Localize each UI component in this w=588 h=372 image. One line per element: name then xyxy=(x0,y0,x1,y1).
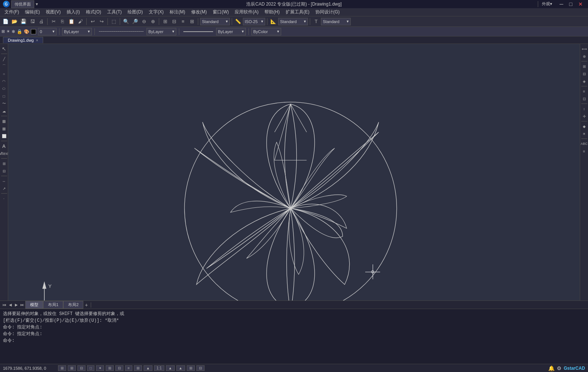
zoom-realtime[interactable]: 🔍 xyxy=(122,18,130,26)
insert-tool[interactable]: ⊞ xyxy=(1,160,7,167)
right-light-btn[interactable]: ☀ xyxy=(581,130,588,137)
menu-item-help[interactable]: 帮助(H) xyxy=(261,8,283,16)
tab-nav-last[interactable]: ⏭ xyxy=(19,302,25,308)
undo-btn[interactable]: ↩ xyxy=(89,18,97,26)
plot-btn[interactable]: 🖨 xyxy=(37,18,45,26)
saveas-btn[interactable]: 🖫 xyxy=(28,18,36,26)
menu-item-insert[interactable]: 插入(I) xyxy=(64,8,83,16)
right-render-btn[interactable]: ◆ xyxy=(581,123,588,130)
font-size-dropdown[interactable]: ISO-25▾ xyxy=(243,18,265,25)
layout1-tab[interactable]: 布局1 xyxy=(43,301,63,309)
close-btn[interactable]: ✕ xyxy=(576,1,585,7)
leader-tool[interactable]: ↗ xyxy=(1,185,7,192)
right-snap-btn[interactable]: ✛ xyxy=(581,113,588,120)
settings-icon[interactable]: ⚙ xyxy=(557,365,562,371)
cut-btn[interactable]: ✂ xyxy=(49,18,58,26)
open-btn[interactable]: 📂 xyxy=(10,18,19,26)
save-btn[interactable]: 💾 xyxy=(19,18,28,26)
layer-state-btn[interactable]: ☀ xyxy=(6,29,10,34)
maximize-btn[interactable]: □ xyxy=(567,1,575,7)
menu-item-text[interactable]: 文字(X) xyxy=(146,8,167,16)
menu-item-dim[interactable]: 标注(M) xyxy=(167,8,188,16)
redo-btn[interactable]: ↪ xyxy=(97,18,106,26)
right-layer-btn[interactable]: ≡ xyxy=(581,88,588,95)
layer-mgr-btn[interactable]: ⊞ xyxy=(1,29,5,34)
mtext-tool[interactable]: Mtext xyxy=(1,150,7,157)
tpmode-btn[interactable]: ▲ xyxy=(144,365,152,371)
right-prop-btn[interactable]: ⊡ xyxy=(581,95,588,102)
view-mode[interactable]: 传统界面 xyxy=(11,0,34,8)
right-abc-btn[interactable]: ABC xyxy=(581,140,588,147)
minimize-btn[interactable]: ─ xyxy=(558,1,566,7)
line-tool[interactable]: ╱ xyxy=(1,55,7,62)
spline-tool[interactable]: 〜 xyxy=(1,100,7,107)
app-menu-btn[interactable]: 外观▾ xyxy=(538,1,556,7)
layer-states-btn[interactable]: ⊟ xyxy=(170,18,178,26)
ducs-btn[interactable]: ⊟ xyxy=(115,365,123,371)
menu-item-draw[interactable]: 绘图(D) xyxy=(125,8,146,16)
paste-btn[interactable]: 📋 xyxy=(67,18,75,26)
linetype-dropdown[interactable]: ByLayer▾ xyxy=(147,28,176,35)
block-btn[interactable]: ⬚ xyxy=(110,18,118,26)
menu-item-ext[interactable]: 扩展工具(E) xyxy=(283,8,312,16)
menu-item-format[interactable]: 格式(O) xyxy=(83,8,104,16)
plotstyle-dropdown[interactable]: ByColor▾ xyxy=(251,28,281,35)
block-tool[interactable]: ⊟ xyxy=(1,168,7,174)
menu-item-window[interactable]: 窗口(W) xyxy=(210,8,232,16)
zoom-window[interactable]: 🔎 xyxy=(131,18,139,26)
cmd-input-field[interactable] xyxy=(16,338,585,343)
right-misc-btn[interactable]: ≡ xyxy=(581,148,588,155)
model-tab[interactable]: 模型 xyxy=(25,301,43,309)
polyline-tool[interactable]: ⌒ xyxy=(1,63,7,70)
ortho-btn[interactable]: ⊟ xyxy=(77,365,86,371)
new-btn[interactable]: 📄 xyxy=(1,18,10,26)
layer-lock-btn[interactable]: 🔒 xyxy=(17,29,22,34)
drawing-tab[interactable]: Drawing1.dwg × xyxy=(3,37,43,43)
point-tool[interactable]: · xyxy=(1,195,7,202)
tab-nav-prev[interactable]: ◀ xyxy=(7,302,13,308)
right-pan-btn[interactable]: ⟺ xyxy=(581,45,588,52)
dropdown-arrow[interactable]: ▾ xyxy=(36,1,38,7)
lineweight-dropdown[interactable]: ByLayer▾ xyxy=(216,28,246,35)
tab-nav-next[interactable]: ▶ xyxy=(13,302,19,308)
text-style2-dropdown[interactable]: Standard▾ xyxy=(321,18,351,25)
hatch-tool[interactable]: ▩ xyxy=(1,118,7,124)
polar-btn[interactable]: □ xyxy=(87,365,94,371)
designcenter-btn[interactable]: ⊞ xyxy=(188,18,196,26)
add-layout-btn[interactable]: + xyxy=(83,302,89,308)
rect-tool[interactable]: □ xyxy=(1,93,7,99)
osnap-btn[interactable]: ✦ xyxy=(96,365,104,371)
color-dropdown[interactable]: ByLayer▾ xyxy=(62,28,92,35)
right-zoom-btn[interactable]: ⊕ xyxy=(581,53,588,60)
copy-btn[interactable]: ⎘ xyxy=(58,18,67,26)
grid-btn[interactable]: ⊞ xyxy=(68,365,76,371)
workspace-btn[interactable]: ▲ xyxy=(176,365,185,371)
layer-dropdown[interactable]: 0▾ xyxy=(38,28,57,35)
tab-nav-first[interactable]: ⏮ xyxy=(1,302,7,308)
dim-tool[interactable]: ↔ xyxy=(1,178,7,184)
menu-item-modify[interactable]: 修改(M) xyxy=(188,8,210,16)
zoom-prev[interactable]: ⊖ xyxy=(140,18,148,26)
layer-color-btn[interactable]: 🎨 xyxy=(24,29,29,34)
viewports-btn[interactable]: ⊞ xyxy=(161,18,169,26)
text-tool[interactable]: A xyxy=(1,143,7,149)
cloud-tool[interactable]: ☁ xyxy=(1,108,7,114)
annovis-btn[interactable]: ▲ xyxy=(166,365,175,371)
cmd-input-line[interactable]: 命令: xyxy=(3,337,585,344)
menu-item-view[interactable]: 视图(V) xyxy=(43,8,64,16)
menu-item-apps[interactable]: 应用软件(A) xyxy=(232,8,261,16)
hardware-btn[interactable]: ⊟ xyxy=(196,365,205,371)
scale-btn[interactable]: 1:1 xyxy=(154,365,164,371)
notification-icon[interactable]: 🔔 xyxy=(548,365,555,371)
right-view2-btn[interactable]: ⊟ xyxy=(581,70,588,77)
snap-btn[interactable]: ⊞ xyxy=(58,365,66,371)
menu-item-file[interactable]: 文件(F) xyxy=(1,8,22,16)
menu-item-tools[interactable]: 工具(T) xyxy=(104,8,125,16)
canvas-area[interactable]: Y X xyxy=(8,44,580,301)
right-3d-btn[interactable]: ◈ xyxy=(581,78,588,85)
select-tool[interactable]: ↖ xyxy=(1,45,7,52)
layer-freeze-btn[interactable]: ❄ xyxy=(12,29,15,34)
properties-btn[interactable]: ≡ xyxy=(179,18,187,26)
region-tool[interactable]: ⬜ xyxy=(1,133,7,139)
lweight-btn[interactable]: ⊞ xyxy=(134,365,142,371)
